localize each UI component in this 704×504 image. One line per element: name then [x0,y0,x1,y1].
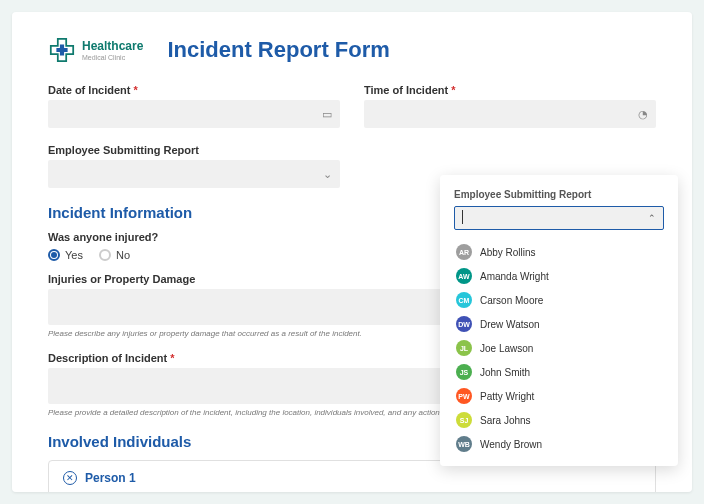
page-title: Incident Report Form [167,37,389,63]
avatar: CM [456,292,472,308]
dropdown-label: Employee Submitting Report [454,189,664,200]
option-name: Joe Lawson [480,343,533,354]
date-input[interactable] [48,100,340,128]
date-label: Date of Incident * [48,84,340,96]
radio-yes[interactable]: Yes [48,249,83,261]
person-title: Person 1 [85,471,136,485]
avatar: SJ [456,412,472,428]
option-name: Drew Watson [480,319,540,330]
employee-label: Employee Submitting Report [48,144,340,156]
option-name: Patty Wright [480,391,534,402]
avatar: AR [456,244,472,260]
dropdown-option[interactable]: JSJohn Smith [454,360,664,384]
dropdown-option[interactable]: AWAmanda Wright [454,264,664,288]
dropdown-option[interactable]: WBWendy Brown [454,432,664,456]
calendar-icon[interactable]: ▭ [322,108,332,121]
option-name: Wendy Brown [480,439,542,450]
dropdown-option[interactable]: DWDrew Watson [454,312,664,336]
clock-icon[interactable]: ◔ [638,108,648,121]
dropdown-option[interactable]: CMCarson Moore [454,288,664,312]
option-name: Amanda Wright [480,271,549,282]
option-name: Sara Johns [480,415,531,426]
header: Healthcare Medical Clinic Incident Repor… [48,36,656,64]
dropdown-option[interactable]: SJSara Johns [454,408,664,432]
time-label: Time of Incident * [364,84,656,96]
employee-select[interactable] [48,160,340,188]
logo: Healthcare Medical Clinic [48,36,143,64]
logo-subtitle: Medical Clinic [82,54,143,61]
avatar: AW [456,268,472,284]
option-name: Abby Rollins [480,247,536,258]
avatar: JS [456,364,472,380]
chevron-up-icon[interactable]: ⌃ [648,213,656,223]
dropdown-option[interactable]: PWPatty Wright [454,384,664,408]
dropdown-search-input[interactable] [454,206,664,230]
avatar: WB [456,436,472,452]
avatar: JL [456,340,472,356]
remove-person-icon[interactable]: ✕ [63,471,77,485]
option-name: Carson Moore [480,295,543,306]
dropdown-list: ARAbby RollinsAWAmanda WrightCMCarson Mo… [454,240,664,456]
avatar: DW [456,316,472,332]
employee-dropdown-popup: Employee Submitting Report ⌃ ARAbby Roll… [440,175,678,466]
dropdown-option[interactable]: JLJoe Lawson [454,336,664,360]
option-name: John Smith [480,367,530,378]
radio-no[interactable]: No [99,249,130,261]
time-input[interactable] [364,100,656,128]
dropdown-option[interactable]: ARAbby Rollins [454,240,664,264]
logo-name: Healthcare [82,40,143,52]
avatar: PW [456,388,472,404]
chevron-down-icon[interactable]: ⌄ [323,168,332,181]
medical-cross-icon [48,36,76,64]
